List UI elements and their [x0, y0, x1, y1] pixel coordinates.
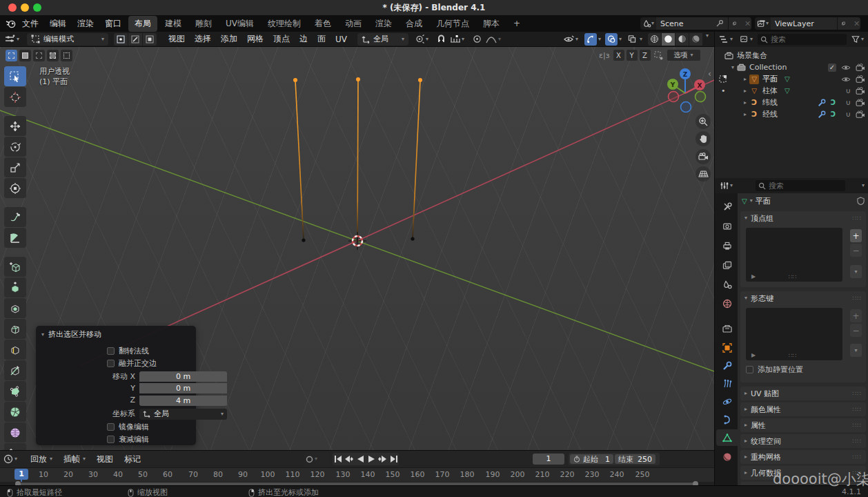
tab-scene[interactable] [716, 276, 738, 293]
tab-tool[interactable] [716, 199, 738, 215]
jump-to-end-button[interactable] [388, 453, 399, 465]
toggle-ortho-button[interactable] [696, 166, 711, 182]
bevel-tool[interactable] [4, 319, 26, 339]
tab-object-data[interactable] [716, 429, 738, 446]
panel-remesh[interactable]: ▸重构网格∷∷ [740, 450, 866, 464]
disable-in-render-icon[interactable] [856, 98, 865, 108]
transform-orientation-dropdown[interactable]: 全局 ▾ [357, 33, 408, 46]
tab-collection-properties[interactable] [716, 320, 738, 337]
prev-keyframe-button[interactable] [344, 453, 355, 465]
proportional-edit-toggle[interactable] [471, 33, 484, 46]
mirror-editing-checkbox[interactable] [107, 423, 115, 431]
add-shape-key-button[interactable]: + [850, 309, 862, 322]
select-mode-extend-icon[interactable] [19, 50, 31, 61]
collapse-icon[interactable]: ▾ [731, 65, 734, 70]
mac-zoom-button[interactable] [33, 3, 41, 12]
menu-markers[interactable]: 标记 [119, 452, 146, 467]
vertex-groups-header[interactable]: ▾ 顶点组 ∷∷ [740, 211, 866, 225]
menu-view[interactable]: 视图 [164, 32, 190, 46]
menu-edit[interactable]: 编辑 [44, 16, 72, 32]
tab-render[interactable] [716, 218, 738, 235]
jump-to-start-button[interactable] [333, 453, 344, 465]
menu-mesh[interactable]: 网格 [242, 32, 268, 46]
dissolve-ortho-checkbox[interactable] [107, 360, 115, 367]
hidden-eye-icon[interactable]: ∪ [846, 99, 851, 106]
menu-render[interactable]: 渲染 [72, 16, 99, 32]
snap-settings-dropdown[interactable]: ▾ [448, 33, 466, 46]
play-reverse-button[interactable] [355, 453, 366, 465]
proportional-editing-checkbox[interactable] [107, 436, 115, 443]
camera-view-button[interactable] [696, 149, 711, 164]
operator-panel-header[interactable]: ▾ 挤出选区并移动 [36, 326, 196, 343]
rendered-shading-button[interactable] [689, 33, 702, 46]
editor-type-dropdown[interactable]: ▾ [1, 453, 19, 465]
next-keyframe-button[interactable] [377, 453, 388, 465]
vertex-groups-list[interactable]: ▶ ∷∷ [746, 228, 842, 282]
workspace-tab-rendering[interactable]: 渲染 [369, 16, 398, 32]
drag-grip-icon[interactable]: ∷∷ [853, 215, 862, 222]
list-resize-grip-icon[interactable]: ∷∷ [789, 352, 796, 359]
proportional-falloff-dropdown[interactable]: ▾ [484, 33, 503, 46]
workspace-tab-compositing[interactable]: 合成 [400, 16, 428, 32]
outliner-filter-dropdown[interactable]: ▾ [849, 33, 866, 46]
tab-object[interactable] [716, 340, 738, 356]
disable-in-render-icon[interactable] [856, 75, 865, 84]
workspace-add-button[interactable]: + [507, 17, 526, 30]
tweak-select-tool[interactable] [4, 66, 26, 86]
move-tool[interactable] [4, 116, 26, 136]
mac-minimize-button[interactable] [21, 3, 29, 12]
workspace-tab-layout[interactable]: 布局 [128, 16, 157, 32]
fake-user-shield-icon[interactable] [857, 197, 865, 205]
disable-in-render-icon[interactable] [856, 86, 865, 96]
menu-file[interactable]: 文件 [17, 16, 44, 32]
menu-edge[interactable]: 边 [295, 32, 313, 46]
material-preview-shading-button[interactable] [675, 33, 689, 46]
extrude-region-tool[interactable] [4, 277, 26, 298]
orientation-dropdown[interactable]: 全局 ▾ [139, 409, 227, 420]
overlays-toggle-button[interactable] [605, 33, 618, 46]
tab-view-layer[interactable] [716, 257, 738, 273]
3d-viewport[interactable]: ɛ|ɜ X Y Z 选项▾ 用户透视 (1) 平面 [0, 47, 714, 450]
viewlayer-new-copy-button[interactable] [837, 17, 849, 30]
flip-normals-checkbox[interactable] [107, 347, 115, 355]
tab-world[interactable] [716, 295, 738, 312]
workspace-tab-sculpting[interactable]: 雕刻 [189, 16, 218, 32]
transform-tool[interactable] [4, 178, 26, 198]
shape-keys-header[interactable]: ▾ 形态键 ∷∷ [740, 291, 866, 305]
list-expand-icon[interactable]: ▶ [751, 273, 756, 280]
menu-keying[interactable]: 插帧▾ [58, 452, 91, 467]
current-frame-field[interactable]: 1 [533, 454, 564, 465]
outliner-object-row-longitude[interactable]: ▸ Ɔ 经线 Ɔ ∪ [715, 108, 868, 120]
hide-in-viewport-icon[interactable] [841, 63, 851, 72]
gizmo-toggle-button[interactable] [584, 33, 597, 46]
vertex-select-button[interactable] [114, 33, 128, 46]
menu-uv[interactable]: UV [331, 33, 352, 46]
select-mode-intersect-icon[interactable] [61, 50, 72, 61]
add-primitive-tool[interactable] [4, 257, 26, 277]
menu-vertex[interactable]: 顶点 [268, 32, 295, 46]
mirror-y-button[interactable]: Y [627, 50, 638, 61]
xray-dropdown[interactable]: ▾ [640, 37, 642, 42]
disable-in-render-icon[interactable] [856, 63, 865, 72]
hidden-eye-icon[interactable]: ∪ [846, 110, 851, 118]
tool-settings-icon[interactable]: ▾ [3, 33, 21, 46]
menu-timeline-view[interactable]: 视图 [91, 452, 119, 467]
cursor-tool[interactable] [4, 87, 26, 107]
gizmo-dropdown[interactable]: ▾ [598, 37, 601, 42]
scene-dropdown-button[interactable]: ▾ [640, 17, 656, 30]
outliner-search-input[interactable] [771, 35, 812, 44]
xray-toggle-button[interactable] [626, 33, 638, 46]
mirror-z-button[interactable]: Z [640, 50, 651, 61]
workspace-tab-animation[interactable]: 动画 [339, 16, 368, 32]
zoom-view-button[interactable] [696, 114, 711, 129]
select-mode-set-icon[interactable] [6, 50, 17, 61]
outliner-editor-type-dropdown[interactable]: ▾ [718, 33, 735, 46]
loop-cut-tool[interactable] [4, 340, 26, 360]
pivot-point-dropdown[interactable]: ▾ [413, 33, 431, 46]
tab-physics[interactable] [716, 393, 738, 410]
viewlayer-remove-button[interactable]: ✕ [849, 17, 860, 30]
expand-icon[interactable]: ▸ [744, 100, 747, 106]
measure-tool[interactable] [4, 228, 26, 248]
navigation-gizmo[interactable]: Z Y X [658, 66, 711, 113]
start-frame-field[interactable]: 起始 1 [570, 454, 613, 464]
